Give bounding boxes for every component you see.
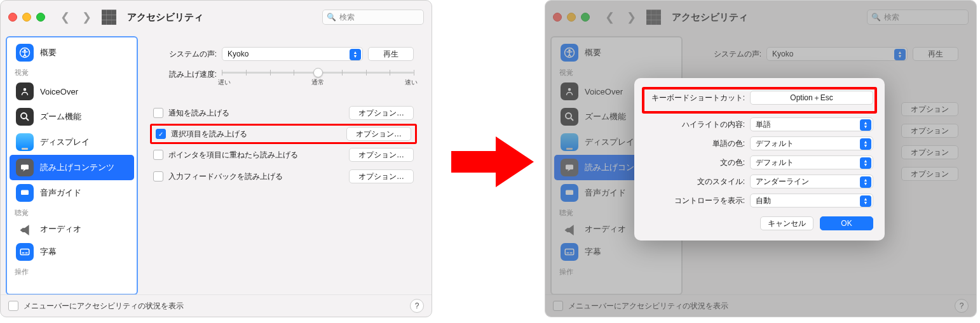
sidebar-item-label: 概要 [40,47,57,58]
sidebar-item-label: 音声ガイド [585,187,626,199]
speed-slow-label: 遅い [218,78,231,87]
titlebar: ❮ ❯ ■■■■■■■■■ アクセシビリティ 🔍 検索 [545,1,976,34]
sidebar-item-captions[interactable]: 字幕 [10,239,134,265]
traffic-lights [8,13,45,22]
forward-button[interactable]: ❯ [624,10,638,24]
voice-select[interactable]: Kyoko ▲▼ [222,47,363,61]
controller-select[interactable]: 自動 ▲▼ [750,194,873,208]
sentence-color-label: 文の色: [646,157,745,168]
check-row-announcements: 通知を読み上げる オプション… [153,102,414,124]
sidebar-item-overview[interactable]: 概要 [554,40,679,65]
sidebar-item-captions[interactable]: 字幕 [554,239,679,265]
prefs-window-before: ❮ ❯ ■■■■■■■■■ アクセシビリティ 🔍 検索 概要 視覚 [0,0,432,317]
speed-label: 読み上げ速度: [153,68,217,80]
svg-point-15 [568,88,571,91]
accessibility-icon [561,44,578,62]
descriptions-icon [16,184,34,202]
svg-rect-23 [567,253,569,254]
voice-value: Kyoko [772,49,793,58]
minimize-icon[interactable] [22,13,31,22]
back-button[interactable]: ❮ [58,10,72,24]
transition-arrow-icon [451,133,534,190]
options-button-hover[interactable]: オプション… [349,148,414,162]
sidebar-item-voiceover[interactable]: VoiceOver [10,79,134,104]
sidebar-item-label: VoiceOver [585,87,623,96]
ok-button[interactable]: OK [820,216,873,230]
display-icon [561,133,578,151]
svg-point-14 [569,49,570,51]
voice-select[interactable]: Kyoko ▲▼ [766,47,908,61]
play-button[interactable]: 再生 [913,47,958,61]
sidebar-item-label: オーディオ [585,223,626,235]
checkbox-hover[interactable] [153,150,163,160]
options-button-announcements[interactable]: オプション… [349,106,414,120]
svg-point-6 [23,192,24,194]
options-button[interactable]: オプション [901,145,958,159]
options-button-speak-selection[interactable]: オプション… [346,127,411,141]
checkbox-typing[interactable] [153,171,163,181]
sidebar-item-label: ズーム機能 [40,111,81,122]
options-button[interactable]: オプション [901,102,958,116]
checkbox-menubar-status[interactable] [8,301,18,311]
chevron-updown-icon: ▲▼ [860,195,871,207]
window-title: アクセシビリティ [672,11,748,23]
close-icon[interactable] [8,13,17,22]
accessibility-icon [16,44,34,62]
close-icon[interactable] [553,13,562,22]
checkbox-menubar-status[interactable] [553,301,563,311]
sidebar-item-audio[interactable]: オーディオ [10,219,134,239]
sidebar-item-descriptions[interactable]: 音声ガイド [10,180,134,206]
section-motor: 操作 [7,265,137,278]
help-button[interactable]: ? [955,299,969,313]
highlight-box: キーボードショートカット: Option＋Esc [642,87,877,114]
options-button[interactable]: オプション [901,167,958,181]
highlight-select[interactable]: 単語 ▲▼ [750,117,873,131]
zoom-icon[interactable] [581,13,590,22]
titlebar: ❮ ❯ ■■■■■■■■■ アクセシビリティ 🔍 検索 [1,1,432,34]
footer: メニューバーにアクセシビリティの状況を表示 ? [545,294,976,317]
voiceover-icon [561,82,578,100]
checkbox-label: ポインタを項目に重ねたら読み上げる [168,150,344,161]
checkbox-speak-selection[interactable]: ✓ [156,129,166,139]
svg-point-8 [26,192,27,194]
grid-icon[interactable]: ■■■■■■■■■ [101,10,116,25]
sidebar-item-spoken-content[interactable]: 読み上げコンテンツ [10,155,134,180]
options-button[interactable]: オプション [901,124,958,138]
sidebar-item-label: 読み上げコンテンツ [40,162,114,173]
chevron-updown-icon: ▲▼ [860,176,871,188]
sidebar-item-overview[interactable]: 概要 [10,40,134,65]
shortcut-field[interactable]: Option＋Esc [750,91,873,105]
chevron-updown-icon: ▲▼ [894,49,906,60]
search-input[interactable]: 検索 [867,10,969,25]
sidebar-item-label: ディスプレイ [40,136,90,148]
sentence-color-select[interactable]: デフォルト ▲▼ [750,155,873,169]
forward-button[interactable]: ❯ [79,10,93,24]
play-button[interactable]: 再生 [368,47,414,61]
sidebar-item-display[interactable]: ディスプレイ [10,129,134,155]
speed-slider[interactable]: 遅い 通常 速い [222,68,414,87]
svg-point-3 [21,113,27,119]
checkbox-announcements[interactable] [153,108,163,118]
search-icon: 🔍 [327,13,336,22]
word-color-label: 単語の色: [646,138,745,149]
voice-value: Kyoko [228,49,248,58]
sidebar-item-label: ズーム機能 [585,111,626,122]
help-button[interactable]: ? [410,299,424,313]
sentence-style-select[interactable]: アンダーライン ▲▼ [750,175,873,188]
checkbox-label: 入力フィードバックを読み上げる [168,171,344,182]
highlight-content-label: ハイライトの内容: [646,119,745,130]
grid-icon[interactable]: ■■■■■■■■■ [646,10,660,25]
svg-rect-24 [570,253,573,254]
zoom-app-icon [561,108,578,126]
zoom-icon[interactable] [36,13,45,22]
speech-icon [561,159,578,176]
search-input[interactable]: 検索 [322,10,424,25]
word-color-select[interactable]: デフォルト ▲▼ [750,136,873,150]
menubar-status-label: メニューバーにアクセシビリティの状況を表示 [24,301,184,312]
minimize-icon[interactable] [567,13,576,22]
options-button-typing[interactable]: オプション… [349,169,414,183]
cancel-button[interactable]: キャンセル [760,216,813,230]
back-button[interactable]: ❮ [602,10,616,24]
sidebar-item-label: ディスプレイ [585,136,634,148]
sidebar-item-zoom[interactable]: ズーム機能 [10,104,134,129]
